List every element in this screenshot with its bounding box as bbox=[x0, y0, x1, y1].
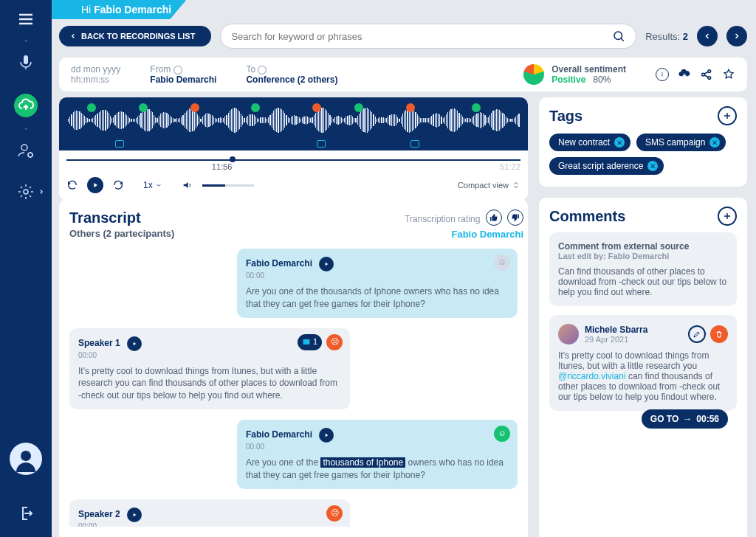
comment-card: Comment from external source Last edit b… bbox=[549, 232, 737, 306]
add-comment-button[interactable] bbox=[718, 207, 737, 226]
comment-card: Michele Sbarra29 Apr 2021 It's pretty co… bbox=[549, 315, 737, 411]
sentiment-pie-icon bbox=[523, 64, 544, 85]
greeting-chip: Hi Fabio Demarchi bbox=[52, 0, 186, 19]
svg-rect-10 bbox=[303, 339, 309, 344]
sentiment-positive-icon: ☺ bbox=[494, 426, 510, 442]
face-negative-icon bbox=[258, 66, 267, 75]
back-button[interactable]: BACK TO RECORDINGS LIST bbox=[59, 26, 211, 46]
marker-positive[interactable] bbox=[139, 103, 148, 112]
waveform[interactable] bbox=[59, 97, 528, 150]
cloud-upload-icon[interactable] bbox=[14, 94, 38, 117]
svg-point-5 bbox=[662, 72, 662, 73]
volume-slider[interactable] bbox=[202, 184, 254, 187]
transcript-message: Speaker 2 00:00 ☹ It's pretty cool to do… bbox=[69, 499, 350, 527]
progress-bar[interactable] bbox=[66, 155, 520, 161]
play-message-button[interactable] bbox=[319, 257, 334, 271]
remove-tag-icon[interactable]: ✕ bbox=[614, 137, 625, 148]
note-marker-icon[interactable] bbox=[115, 140, 124, 148]
play-message-button[interactable] bbox=[319, 428, 334, 443]
user-settings-icon[interactable] bbox=[16, 140, 36, 161]
left-rail bbox=[0, 0, 52, 537]
meta-datetime: dd mon yyyy hh:mm:ss bbox=[71, 64, 120, 85]
sentiment-negative-icon: ☹ bbox=[326, 334, 343, 350]
tag-chip: SMS campaign✕ bbox=[636, 134, 726, 151]
search-input[interactable] bbox=[231, 31, 612, 42]
rail-separator bbox=[25, 128, 27, 130]
goto-time-button[interactable]: GO TO→00:56 bbox=[642, 409, 728, 429]
add-tag-button[interactable] bbox=[718, 106, 737, 125]
sentiment-neutral-icon: ☺ bbox=[494, 254, 510, 271]
transcript-message: Fabio Demarchi 00:00 ☺ Are you one of th… bbox=[237, 420, 518, 489]
microphone-icon[interactable] bbox=[16, 52, 36, 73]
forward-icon[interactable] bbox=[112, 179, 124, 191]
svg-point-1 bbox=[21, 145, 27, 150]
svg-point-2 bbox=[28, 153, 32, 157]
face-positive-icon bbox=[173, 66, 182, 75]
marker-negative[interactable] bbox=[406, 103, 415, 112]
play-button[interactable] bbox=[87, 177, 103, 193]
transcript-message: Fabio Demarchi 00:00 ☺ Are you one of th… bbox=[237, 249, 518, 318]
transcript-panel: Transcript Others (2 partecipants) Trans… bbox=[59, 199, 528, 537]
greeting-prefix: Hi bbox=[81, 4, 94, 15]
search-highlight: thousands of Iphone bbox=[320, 457, 405, 468]
meta-to: To Conference (2 others) bbox=[246, 64, 337, 85]
sentiment-negative-icon: ☹ bbox=[326, 505, 343, 522]
marker-negative[interactable] bbox=[190, 103, 199, 112]
logout-icon[interactable] bbox=[16, 503, 36, 524]
greeting-name: Fabio Demarchi bbox=[94, 4, 171, 15]
recording-meta-card: dd mon yyyy hh:mm:ss From Fabio Demarchi… bbox=[59, 58, 747, 91]
delete-comment-icon[interactable] bbox=[710, 325, 728, 343]
marker-negative[interactable] bbox=[312, 103, 321, 112]
audio-player: 11:5651:22 1x Compact view bbox=[59, 97, 528, 201]
comments-panel: Comments Comment from external source La… bbox=[539, 198, 747, 537]
marker-positive[interactable] bbox=[472, 103, 481, 112]
download-icon[interactable] bbox=[678, 68, 691, 81]
time-total: 51:22 bbox=[500, 162, 520, 171]
back-button-label: BACK TO RECORDINGS LIST bbox=[81, 32, 195, 41]
rating-label: Transcription rating bbox=[405, 214, 480, 224]
header-bar: BACK TO RECORDINGS LIST Results: 2 bbox=[59, 24, 747, 49]
marker-positive[interactable] bbox=[87, 103, 96, 112]
volume-icon[interactable] bbox=[182, 179, 193, 191]
settings-icon[interactable] bbox=[16, 181, 36, 202]
comments-title: Comments bbox=[549, 208, 743, 225]
thumbs-down-icon[interactable] bbox=[507, 209, 523, 226]
note-marker-icon[interactable] bbox=[410, 140, 419, 148]
search-icon[interactable] bbox=[612, 30, 625, 43]
star-icon[interactable] bbox=[722, 68, 735, 81]
rewind-icon[interactable] bbox=[66, 179, 78, 191]
tag-chip: New contract✕ bbox=[549, 134, 630, 151]
tags-title: Tags bbox=[549, 108, 737, 125]
svg-point-3 bbox=[24, 190, 28, 194]
remove-tag-icon[interactable]: ✕ bbox=[709, 137, 720, 148]
play-message-button[interactable] bbox=[127, 507, 142, 522]
transcript-message: Speaker 1 00:00 1 ☹ It's pretty cool to … bbox=[69, 328, 350, 409]
rail-separator bbox=[25, 40, 27, 42]
share-icon[interactable] bbox=[700, 68, 713, 81]
meta-from: From Fabio Demarchi bbox=[150, 64, 216, 85]
svg-rect-6 bbox=[662, 74, 663, 76]
edit-comment-icon[interactable] bbox=[688, 325, 706, 343]
search-input-wrap[interactable] bbox=[220, 24, 636, 49]
transcript-title: Transcript bbox=[69, 209, 174, 226]
tags-panel: Tags New contract✕ SMS campaign✕ Great s… bbox=[539, 97, 747, 187]
note-marker-icon[interactable] bbox=[317, 140, 326, 148]
info-icon[interactable] bbox=[656, 68, 669, 81]
thumbs-up-icon[interactable] bbox=[486, 209, 502, 226]
sentiment-block: Overall sentiment Positive80% bbox=[523, 64, 626, 85]
hamburger-icon[interactable] bbox=[16, 9, 36, 30]
tag-chip: Great script aderence✕ bbox=[549, 157, 664, 175]
note-badge[interactable]: 1 bbox=[298, 334, 322, 350]
remove-tag-icon[interactable]: ✕ bbox=[647, 161, 658, 171]
avatar[interactable] bbox=[10, 443, 42, 475]
mention-link[interactable]: @riccardo.viviani bbox=[558, 371, 626, 381]
play-message-button[interactable] bbox=[127, 336, 142, 351]
results-counter: Results: 2 bbox=[645, 31, 688, 42]
compact-view-toggle[interactable]: Compact view bbox=[458, 181, 520, 190]
prev-result-button[interactable] bbox=[697, 26, 718, 46]
transcript-person: Fabio Demarchi bbox=[405, 229, 523, 240]
transcript-subtitle: Others (2 partecipants) bbox=[69, 228, 174, 239]
marker-positive[interactable] bbox=[354, 103, 363, 112]
next-result-button[interactable] bbox=[726, 26, 747, 46]
speed-select[interactable]: 1x bbox=[143, 180, 162, 190]
